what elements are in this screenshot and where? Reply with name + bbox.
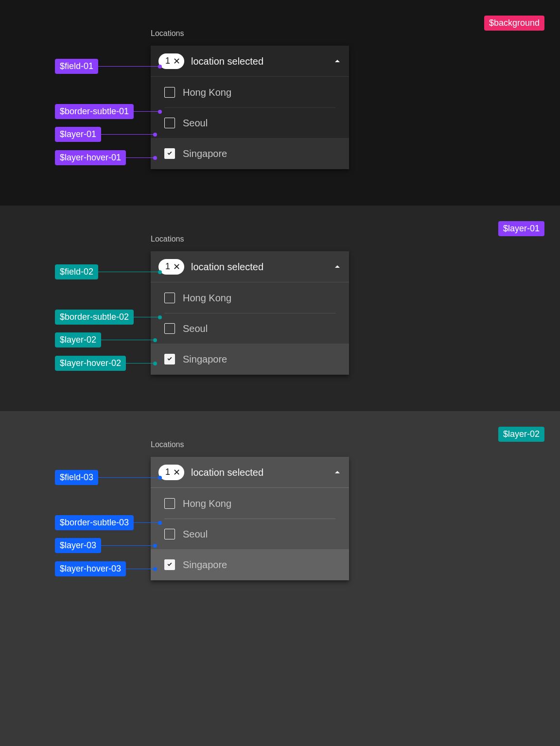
options-menu: Hong Kong Seoul Singapore [151,77,349,169]
anno-layer-hover: $layer-hover-02 [55,356,157,371]
anno-field: $field-02 [55,264,162,279]
option-label: Seoul [183,116,208,130]
anno-field: $field-03 [55,470,162,485]
field-label: Locations [151,28,184,39]
selection-text: location selected [191,54,333,68]
multiselect: 1 ✕ location selected Hong Kong Seoul Si… [151,251,349,375]
close-icon[interactable]: ✕ [173,468,180,477]
zone-background: $background Locations 1 ✕ location selec… [0,0,560,206]
corner-token: $layer-01 [498,221,544,236]
token-tag: $layer-hover-02 [55,356,126,371]
anno-layer: $layer-02 [55,332,157,347]
option-hong-kong[interactable]: Hong Kong [151,488,349,519]
checkbox-icon [164,323,175,334]
option-hong-kong[interactable]: Hong Kong [151,282,349,313]
token-tag: $layer-03 [55,538,101,553]
selection-text: location selected [191,260,333,274]
token-tag: $border-subtle-01 [55,104,134,119]
option-label: Singapore [183,147,227,160]
multiselect-field[interactable]: 1 ✕ location selected [151,457,349,488]
token-tag: $field-01 [55,59,98,74]
zone-layer-01: $layer-01 Locations 1 ✕ location selecte… [0,206,560,411]
option-label: Singapore [183,352,227,366]
chevron-up-icon [333,468,341,476]
option-label: Hong Kong [183,497,231,510]
anno-border-subtle: $border-subtle-03 [55,515,162,530]
anno-layer-hover: $layer-hover-03 [55,561,157,576]
zone-layer-02: $layer-02 Locations 1 ✕ location selecte… [0,411,560,746]
selection-pill[interactable]: 1 ✕ [158,259,184,275]
token-tag: $border-subtle-02 [55,310,134,325]
option-seoul[interactable]: Seoul [151,313,349,344]
selection-text: location selected [191,466,333,479]
option-singapore[interactable]: Singapore [151,344,349,375]
corner-token: $layer-02 [498,427,544,442]
multiselect: 1 ✕ location selected Hong Kong Seoul Si… [151,46,349,169]
selection-pill[interactable]: 1 ✕ [158,53,184,69]
option-label: Singapore [183,558,227,572]
checkbox-icon [164,87,175,98]
field-label: Locations [151,234,184,244]
token-tag: $field-02 [55,264,98,279]
option-label: Seoul [183,527,208,541]
token-tag: $layer-hover-03 [55,561,126,576]
anno-field: $field-01 [55,59,162,74]
token-tag: $border-subtle-03 [55,515,134,530]
selection-count: 1 [165,260,170,273]
anno-border-subtle: $border-subtle-02 [55,310,162,325]
selection-count: 1 [165,55,170,67]
checkbox-icon [164,498,175,509]
selection-count: 1 [165,466,170,478]
option-seoul[interactable]: Seoul [151,107,349,138]
option-hong-kong[interactable]: Hong Kong [151,77,349,107]
option-label: Hong Kong [183,86,231,99]
token-tag: $layer-02 [55,332,101,347]
anno-border-subtle: $border-subtle-01 [55,104,162,119]
option-seoul[interactable]: Seoul [151,519,349,549]
close-icon[interactable]: ✕ [173,262,180,271]
multiselect: 1 ✕ location selected Hong Kong Seoul Si… [151,457,349,580]
corner-token: $background [484,16,544,31]
option-singapore[interactable]: Singapore [151,549,349,580]
checkbox-checked-icon [164,148,175,159]
token-tag: $layer-01 [55,127,101,142]
options-menu: Hong Kong Seoul Singapore [151,488,349,580]
option-singapore[interactable]: Singapore [151,138,349,169]
chevron-up-icon [333,57,341,65]
checkbox-checked-icon [164,354,175,364]
multiselect-field[interactable]: 1 ✕ location selected [151,46,349,77]
options-menu: Hong Kong Seoul Singapore [151,282,349,375]
selection-pill[interactable]: 1 ✕ [158,465,184,480]
checkbox-icon [164,118,175,128]
checkbox-checked-icon [164,559,175,570]
option-label: Hong Kong [183,291,231,305]
option-label: Seoul [183,322,208,335]
chevron-up-icon [333,263,341,271]
field-label: Locations [151,439,184,450]
checkbox-icon [164,529,175,539]
checkbox-icon [164,293,175,303]
token-tag: $layer-hover-01 [55,150,126,165]
anno-layer: $layer-03 [55,538,157,553]
anno-layer: $layer-01 [55,127,157,142]
token-tag: $field-03 [55,470,98,485]
multiselect-field[interactable]: 1 ✕ location selected [151,251,349,282]
anno-layer-hover: $layer-hover-01 [55,150,157,165]
close-icon[interactable]: ✕ [173,57,180,66]
